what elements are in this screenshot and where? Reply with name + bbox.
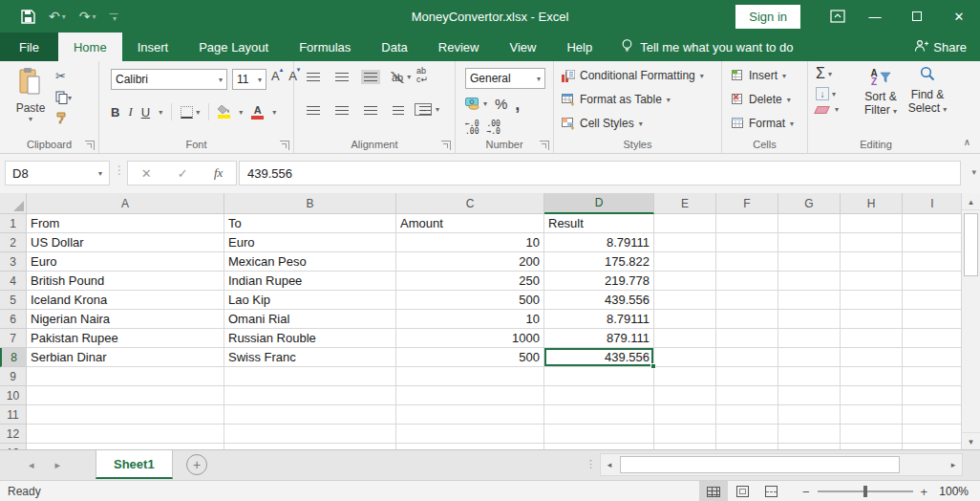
cell-D10[interactable] — [544, 386, 654, 405]
column-header-F[interactable]: F — [716, 193, 778, 214]
cell-B12[interactable] — [224, 425, 396, 444]
cell-F6[interactable] — [716, 310, 778, 329]
enter-formula-icon[interactable]: ✓ — [178, 166, 188, 181]
italic-button[interactable]: I — [128, 104, 132, 120]
cell-A5[interactable]: Iceland Krona — [27, 291, 224, 310]
zoom-out-icon[interactable]: − — [802, 485, 810, 499]
row-header-9[interactable]: 9 — [0, 367, 27, 386]
tab-review[interactable]: Review — [423, 33, 495, 61]
cell-H10[interactable] — [841, 386, 903, 405]
wrap-text-icon[interactable]: abc↵ — [416, 67, 428, 84]
tab-view[interactable]: View — [494, 33, 551, 61]
cell-H5[interactable] — [841, 291, 903, 310]
tab-home[interactable]: Home — [58, 33, 122, 61]
cell-F5[interactable] — [716, 291, 778, 310]
cell-H12[interactable] — [841, 425, 903, 444]
cell-F9[interactable] — [716, 367, 778, 386]
cell-C2[interactable]: 10 — [396, 233, 544, 252]
fill-icon[interactable]: ↓▾ — [816, 87, 839, 100]
cell-E6[interactable] — [654, 310, 716, 329]
delete-cells-button[interactable]: Delete▾ — [732, 93, 791, 106]
scroll-left-icon[interactable]: ◂ — [601, 454, 618, 475]
cell-A1[interactable]: From — [27, 214, 224, 233]
font-color-caret-icon[interactable]: ▾ — [272, 108, 276, 117]
cell-A8[interactable]: Serbian Dinar — [27, 348, 224, 367]
cell-C6[interactable]: 10 — [396, 310, 544, 329]
cell-B7[interactable]: Russian Rouble — [224, 329, 396, 348]
row-header-10[interactable]: 10 — [0, 386, 27, 405]
insert-function-icon[interactable]: fx — [214, 165, 223, 181]
cell-A12[interactable] — [27, 425, 224, 444]
clipboard-dialog-launcher[interactable] — [85, 141, 95, 150]
row-header-4[interactable]: 4 — [0, 272, 27, 291]
cell-D11[interactable] — [544, 405, 654, 425]
cell-E10[interactable] — [654, 386, 716, 405]
borders-icon[interactable]: ▾ — [181, 106, 200, 119]
row-header-6[interactable]: 6 — [0, 310, 27, 329]
formula-bar-expand-icon[interactable]: ▾ — [971, 167, 976, 177]
row-header-7[interactable]: 7 — [0, 329, 27, 348]
decrease-indent-icon[interactable] — [390, 103, 407, 118]
tab-page-layout[interactable]: Page Layout — [183, 33, 284, 61]
row-header-11[interactable]: 11 — [0, 405, 27, 425]
cell-styles-button[interactable]: Cell Styles▾ — [562, 117, 643, 130]
clear-icon[interactable]: ▾ — [816, 105, 839, 114]
cell-I9[interactable] — [903, 367, 961, 386]
name-box[interactable]: D8▾ — [5, 161, 110, 185]
cell-I1[interactable] — [903, 214, 961, 233]
scroll-up-icon[interactable]: ▴ — [962, 193, 980, 210]
cell-B4[interactable]: Indian Rupee — [224, 272, 396, 291]
cell-D12[interactable] — [544, 425, 654, 444]
cell-D1[interactable]: Result — [544, 214, 654, 233]
cell-I4[interactable] — [903, 272, 961, 291]
cell-D4[interactable]: 219.778 — [544, 272, 654, 291]
cell-G6[interactable] — [778, 310, 841, 329]
row-header-1[interactable]: 1 — [0, 214, 27, 233]
cell-F3[interactable] — [716, 252, 778, 272]
cell-C10[interactable] — [396, 386, 544, 405]
cell-B9[interactable] — [224, 367, 396, 386]
font-name-combo[interactable]: Calibri▾ — [111, 69, 227, 90]
formula-splitter[interactable]: ⋮ — [114, 163, 125, 177]
cell-H4[interactable] — [841, 272, 903, 291]
cell-E1[interactable] — [654, 214, 716, 233]
cell-C7[interactable]: 1000 — [396, 329, 544, 348]
format-as-table-button[interactable]: Format as Table▾ — [562, 93, 671, 106]
cell-D3[interactable]: 175.822 — [544, 252, 654, 272]
sort-filter-button[interactable]: AZ Sort & Filter ▾ — [856, 66, 905, 119]
copy-icon[interactable]: ▾ — [55, 91, 72, 104]
zoom-in-icon[interactable]: + — [921, 485, 928, 499]
font-dialog-launcher[interactable] — [280, 141, 289, 150]
column-header-A[interactable]: A — [27, 193, 224, 214]
autosum-icon[interactable]: Σ▾ — [816, 65, 839, 82]
cell-G11[interactable] — [778, 405, 841, 425]
cell-H6[interactable] — [841, 310, 903, 329]
cell-E11[interactable] — [654, 405, 716, 425]
underline-button[interactable]: U — [141, 105, 150, 120]
cell-F4[interactable] — [716, 272, 778, 291]
cell-H9[interactable] — [841, 367, 903, 386]
undo-icon[interactable]: ↶▾ — [49, 9, 66, 24]
decrease-decimal-icon[interactable]: .00→.0 — [486, 120, 500, 136]
cell-D7[interactable]: 879.111 — [544, 329, 654, 348]
cell-A10[interactable] — [27, 386, 224, 405]
cell-E7[interactable] — [654, 329, 716, 348]
cell-F12[interactable] — [716, 425, 778, 444]
underline-caret-icon[interactable]: ▾ — [159, 108, 162, 117]
cell-G2[interactable] — [778, 233, 841, 252]
cell-F2[interactable] — [716, 233, 778, 252]
cell-D9[interactable] — [544, 367, 654, 386]
format-cells-button[interactable]: Format▾ — [732, 117, 794, 130]
row-header-12[interactable]: 12 — [0, 425, 27, 444]
cell-I7[interactable] — [903, 329, 961, 348]
cell-E4[interactable] — [654, 272, 716, 291]
scroll-right-icon[interactable]: ▸ — [945, 454, 962, 475]
cell-H7[interactable] — [841, 329, 903, 348]
cell-H1[interactable] — [841, 214, 903, 233]
horizontal-scrollbar-thumb[interactable] — [620, 456, 900, 473]
page-break-view-button[interactable] — [756, 481, 785, 501]
column-header-B[interactable]: B — [224, 193, 396, 214]
font-size-combo[interactable]: 11▾ — [232, 69, 266, 90]
cell-B11[interactable] — [224, 405, 396, 425]
vertical-scrollbar[interactable]: ▴ ▾ — [961, 193, 980, 449]
